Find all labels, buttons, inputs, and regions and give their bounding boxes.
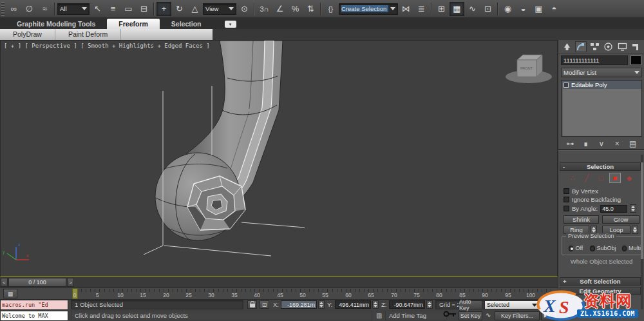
- select-and-move-icon[interactable]: +: [156, 2, 171, 16]
- scrollbar-thumb[interactable]: [641, 162, 643, 259]
- object-name-field[interactable]: [561, 55, 628, 65]
- by-angle-field[interactable]: [600, 205, 627, 213]
- display-tab-icon[interactable]: [616, 41, 629, 52]
- editable-poly-model[interactable]: [155, 41, 283, 240]
- preview-multi-radio[interactable]: [622, 246, 627, 251]
- panel-scrollbar[interactable]: [641, 155, 643, 309]
- tab-selection[interactable]: Selection: [160, 19, 213, 29]
- show-end-result-icon[interactable]: ∎: [580, 139, 592, 148]
- unlink-selection-icon[interactable]: ∅: [22, 2, 37, 16]
- previous-frame-button[interactable]: <: [1, 278, 8, 287]
- utilities-tab-icon[interactable]: [630, 41, 643, 52]
- remove-modifier-icon[interactable]: ×: [611, 139, 623, 148]
- motion-tab-icon[interactable]: [603, 41, 615, 52]
- select-and-scale-icon[interactable]: △: [187, 2, 202, 16]
- viewport-label[interactable]: [ + ] [ Perspective ] [ Smooth + Highlig…: [4, 43, 210, 49]
- ribbon-tab-bar: Graphite Modeling Tools Freeform Selecti…: [0, 18, 644, 29]
- edge-subobject-icon[interactable]: ╱: [581, 173, 592, 183]
- align-icon[interactable]: ≣: [414, 2, 429, 16]
- polygon-subobject-icon[interactable]: ■: [609, 173, 621, 183]
- graphite-toolbar-toggle-icon[interactable]: ▦: [450, 2, 464, 16]
- modifier-list-dropdown[interactable]: Modifier List: [561, 68, 642, 77]
- next-frame-button[interactable]: >: [67, 278, 74, 287]
- tick-label: 5: [91, 292, 104, 298]
- named-selection-sets-icon[interactable]: {}: [323, 2, 338, 16]
- soft-selection-title: Soft Selection: [580, 278, 620, 285]
- by-angle-spinner[interactable]: [630, 204, 636, 213]
- viewcube[interactable]: FRONT: [506, 55, 552, 83]
- modify-tab-icon[interactable]: [575, 41, 587, 52]
- add-time-tag[interactable]: Add Time Tag: [385, 311, 447, 320]
- time-slider[interactable]: 0 / 100: [8, 278, 66, 287]
- tab-graphite-modeling-tools[interactable]: Graphite Modeling Tools: [5, 19, 107, 29]
- make-unique-icon[interactable]: ∨: [596, 139, 607, 148]
- y-coord-field[interactable]: [335, 300, 371, 309]
- ignore-backfacing-checkbox[interactable]: [564, 197, 569, 202]
- key-filters-button[interactable]: Key Filters...: [495, 311, 540, 320]
- set-key-button[interactable]: Set Key: [459, 311, 482, 320]
- grow-button[interactable]: Grow: [602, 215, 639, 224]
- hierarchy-tab-icon[interactable]: [589, 41, 601, 52]
- z-spinner[interactable]: [426, 300, 433, 309]
- soft-selection-rollout-header[interactable]: + Soft Selection: [560, 277, 641, 286]
- render-production-icon[interactable]: ◓: [547, 2, 562, 16]
- open-mini-curve-editor-button[interactable]: ▦: [3, 289, 17, 298]
- configure-modifier-sets-icon[interactable]: ▤: [627, 139, 639, 148]
- tab-freeform[interactable]: Freeform: [107, 19, 160, 29]
- by-angle-checkbox[interactable]: [564, 206, 569, 211]
- auto-key-button[interactable]: Auto Key: [459, 300, 482, 309]
- toolbar-grip[interactable]: [1, 2, 5, 16]
- select-by-name-icon[interactable]: ≡: [106, 2, 120, 16]
- use-pivot-center-icon[interactable]: ⊙: [237, 2, 252, 16]
- stack-item-editable-poly[interactable]: Editable Poly: [562, 81, 641, 89]
- shrink-button[interactable]: Shrink: [564, 215, 599, 224]
- ribbon-minimize-icon[interactable]: ▾: [225, 21, 236, 28]
- object-color-swatch[interactable]: [630, 55, 641, 65]
- rendered-frame-window-icon[interactable]: ▣: [531, 2, 546, 16]
- x-spinner[interactable]: [318, 300, 325, 309]
- absolute-mode-toggle[interactable]: ⊡: [260, 300, 269, 309]
- window-crossing-icon[interactable]: ⊟: [137, 2, 151, 16]
- subtab-polydraw[interactable]: PolyDraw: [0, 29, 55, 40]
- select-and-link-icon[interactable]: ∞: [6, 2, 21, 16]
- key-icon: [443, 310, 457, 318]
- curve-editor-icon[interactable]: ∿: [465, 2, 480, 16]
- percent-snap-icon[interactable]: %: [288, 2, 303, 16]
- material-editor-icon[interactable]: ◉: [500, 2, 515, 16]
- x-coord-field[interactable]: [281, 300, 317, 309]
- y-spinner[interactable]: [372, 300, 379, 309]
- render-setup-icon[interactable]: ◒: [516, 2, 531, 16]
- mirror-icon[interactable]: ⋈: [399, 2, 413, 16]
- bind-to-space-warp-icon[interactable]: ≈: [37, 2, 52, 16]
- select-object-icon[interactable]: ↖: [90, 2, 105, 16]
- rectangular-selection-region-icon[interactable]: ▭: [121, 2, 136, 16]
- spinner-snap-icon[interactable]: ⇅: [303, 2, 318, 16]
- by-vertex-checkbox[interactable]: [564, 188, 569, 194]
- perspective-viewport[interactable]: z y x FRONT [ + ] [ Perspective ] [ Smoo…: [0, 40, 558, 277]
- schematic-view-icon[interactable]: ⊡: [480, 2, 495, 16]
- preview-subobj-radio[interactable]: [590, 246, 594, 251]
- by-angle-row: By Angle:: [564, 204, 636, 213]
- element-subobject-icon[interactable]: ◆: [623, 173, 635, 183]
- pin-stack-icon[interactable]: ⊶: [564, 139, 576, 148]
- selection-rollout-header[interactable]: - Selection: [560, 162, 641, 171]
- preview-off-radio[interactable]: [569, 246, 573, 251]
- loop-spinner[interactable]: [632, 226, 638, 234]
- by-angle-label: By Angle:: [572, 205, 598, 212]
- selected-set-dropdown[interactable]: Selected: [484, 300, 540, 309]
- angle-snap-icon[interactable]: ∠: [272, 2, 287, 16]
- manage-layers-icon[interactable]: ⊞: [434, 2, 449, 16]
- subtab-paint-deform[interactable]: Paint Deform: [55, 29, 121, 40]
- selection-filter-dropdown[interactable]: All: [57, 3, 90, 15]
- reference-coordinate-dropdown[interactable]: View: [203, 3, 236, 15]
- create-tab-icon[interactable]: [561, 41, 573, 52]
- select-and-rotate-icon[interactable]: ↻: [172, 2, 187, 16]
- modifier-stack[interactable]: Editable Poly: [561, 80, 642, 137]
- snaps-toggle-icon[interactable]: 3∩: [257, 2, 272, 16]
- z-coord-field[interactable]: [389, 300, 425, 309]
- vertex-subobject-icon[interactable]: ∴: [567, 173, 578, 183]
- border-subobject-icon[interactable]: □: [595, 173, 607, 183]
- key-mode-curve-icon[interactable]: ∿: [486, 311, 491, 318]
- create-selection-set-dropdown[interactable]: Create Selection Se: [339, 3, 398, 15]
- selection-lock-toggle[interactable]: [247, 300, 257, 309]
